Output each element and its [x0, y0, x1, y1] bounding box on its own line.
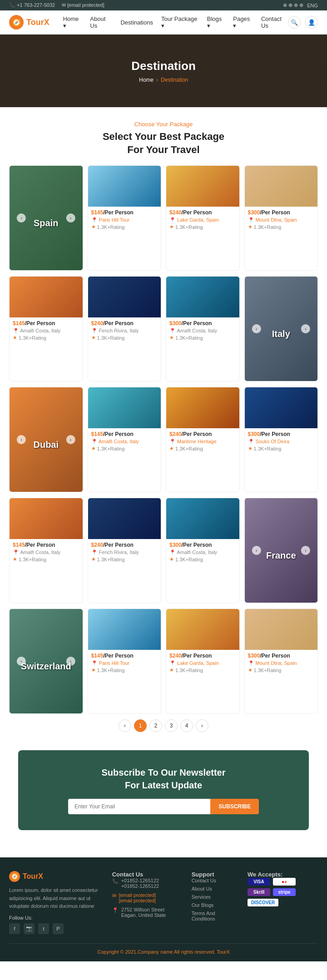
follow-label: Follow Us:: [9, 915, 103, 921]
footer-bottom: Copyright © 2021.Company name All rights…: [9, 943, 318, 955]
footer-contact-title: Contact Us: [112, 871, 183, 878]
search-icon[interactable]: 🔍: [288, 16, 301, 29]
card-rating: ★ 1.3K+Rating: [169, 445, 236, 451]
spain-img: ‹ › Spain: [10, 166, 83, 270]
newsletter-wrapper: Subscribe To Our NewsletterFor Latest Up…: [0, 750, 327, 857]
card-location: 📍 Mount Dtna, Spain: [248, 660, 315, 666]
nav-tourpackage[interactable]: Tour Package ▾: [161, 15, 199, 29]
dubai-img: ‹ › Dubai: [10, 387, 83, 492]
pkg-card[interactable]: $145/Per Person 📍 Amalfi Costa, Italy ★ …: [88, 387, 162, 492]
pkg-card[interactable]: $240/Per Person 📍 Lake Garda, Spain ★ 1.…: [166, 165, 240, 271]
card-img: [166, 277, 239, 317]
newsletter-email-input[interactable]: [68, 799, 210, 814]
navbar: 🧭 TourX Home ▾ About Us Destinations Tou…: [0, 10, 327, 35]
nav-pages[interactable]: Pages ▾: [233, 15, 253, 29]
pkg-card[interactable]: $240/Per Person 📍 Fench Rivira, Italy ★ …: [88, 276, 162, 381]
footer: 🧭 TourX Lorem ipsum, dolor sit amet cons…: [0, 857, 327, 961]
featured-italy[interactable]: ‹ › Italy: [244, 276, 318, 381]
address-icon: 📍: [112, 907, 119, 913]
card-body: $145/Per Person 📍 Amalfi Costa, Italy ★ …: [10, 539, 83, 565]
pkg-card[interactable]: $145/Per Person 📍 Paris Hill Tour ★ 1.3K…: [88, 165, 162, 271]
breadcrumb: Home › Destination: [139, 77, 188, 83]
nav-home[interactable]: Home ▾: [63, 15, 82, 29]
nav-about[interactable]: About Us: [90, 15, 112, 29]
pkg-card[interactable]: $240/Per Person 📍 Lake Garda, Spain ★ 1.…: [166, 609, 240, 714]
support-link-blogs[interactable]: Our Blogs: [192, 902, 238, 908]
email-info: ✉ [email protected]: [62, 2, 104, 8]
pkg-card[interactable]: $300/Per Person 📍 Amalfi Costa, Italy ★ …: [166, 276, 240, 381]
pkg-card[interactable]: $300/Per Person 📍 Amalfi Costa, Italy ★ …: [166, 498, 240, 603]
newsletter-subscribe-btn[interactable]: SUBSCRIBE: [210, 799, 259, 814]
card-rating: ★ 1.3K+Rating: [91, 224, 158, 230]
pkg-card[interactable]: $240/Per Person 📍 Fench Rivira, Italy ★ …: [88, 498, 162, 603]
social-icons: ⊕ ⊕ ⊕ ⊕: [283, 2, 303, 8]
nav-destinations[interactable]: Destinations: [120, 19, 153, 26]
support-link-contact[interactable]: Contact Us: [192, 878, 238, 883]
card-location: 📍 Paris Hill Tour: [91, 660, 158, 666]
card-rating: ★ 1.3K+Rating: [248, 224, 315, 230]
row-3: ‹ › Dubai $145/Per Person 📍 Amalfi Costa…: [9, 387, 318, 492]
footer-contact-col: Contact Us 📞 +01852-1265122+01852-126512…: [112, 871, 183, 934]
italy-img: ‹ › Italy: [245, 277, 318, 381]
france-label: France: [245, 550, 318, 561]
nav-blogs[interactable]: Blogs ▾: [207, 15, 225, 29]
pkg-card[interactable]: $300/Per Person 📍 Souks Of Deira ★ 1.3K+…: [244, 387, 318, 492]
pkg-card[interactable]: $300/Per Person 📍 Mount Dtna, Spain ★ 1.…: [244, 609, 318, 714]
payment-methods: VISA ●● Skrill stripe DISCOVER: [248, 878, 318, 906]
card-price: $145/Per Person: [13, 542, 79, 548]
page-4-btn[interactable]: 4: [180, 719, 193, 732]
card-img: [10, 498, 83, 539]
pkg-card[interactable]: $240/Per Person 📍 Maritime Heritage ★ 1.…: [166, 387, 240, 492]
support-link-about[interactable]: About Us: [192, 886, 238, 891]
support-link-services[interactable]: Services: [192, 894, 238, 900]
pkg-card[interactable]: $145/Per Person 📍 Amalfi Costa, Italy ★ …: [9, 498, 83, 603]
phone-info: 📞 +1 763-227-5032: [9, 2, 55, 8]
discover-icon: DISCOVER: [248, 899, 278, 906]
page-2-btn[interactable]: 2: [149, 719, 162, 732]
prev-page-btn[interactable]: ‹: [119, 719, 131, 732]
card-img: [88, 166, 161, 207]
card-price: $300/Per Person: [248, 209, 315, 216]
nav-contact[interactable]: Contact Us: [261, 15, 288, 29]
pkg-card[interactable]: $300/Per Person 📍 Mount Dtna, Spain ★ 1.…: [244, 165, 318, 271]
breadcrumb-current: Destination: [161, 77, 188, 83]
featured-dubai[interactable]: ‹ › Dubai: [9, 387, 83, 492]
card-img: [10, 277, 83, 317]
footer-payment-title: We Accepts:: [248, 871, 318, 878]
twitter-icon[interactable]: t: [38, 923, 49, 934]
next-page-btn[interactable]: ›: [196, 719, 208, 732]
support-link-terms[interactable]: Terms And Conditions: [192, 911, 238, 921]
featured-france[interactable]: ‹ › France: [244, 498, 318, 603]
card-img: [166, 166, 239, 207]
footer-grid: 🧭 TourX Lorem ipsum, dolor sit amet cons…: [9, 871, 318, 934]
newsletter-section: Subscribe To Our NewsletterFor Latest Up…: [18, 750, 309, 830]
top-bar: 📞 +1 763-227-5032 ✉ [email protected] ⊕ …: [0, 0, 327, 10]
user-icon[interactable]: 👤: [305, 16, 318, 29]
card-location: 📍 Amalfi Costa, Italy: [13, 549, 79, 555]
brand-highlight: TourX: [217, 949, 230, 955]
page-1-btn[interactable]: 1: [134, 719, 147, 732]
card-price: $240/Per Person: [91, 542, 158, 548]
mastercard-icon: ●●: [273, 878, 296, 886]
featured-switzerland[interactable]: ‹ › Switzerland: [9, 609, 83, 714]
footer-email: ✉ [email protected][email protected]: [112, 892, 183, 903]
logo[interactable]: 🧭 TourX: [9, 15, 50, 30]
logo-icon: 🧭: [9, 15, 24, 30]
email-icon: ✉: [112, 893, 116, 899]
facebook-icon[interactable]: f: [9, 923, 20, 934]
page-3-btn[interactable]: 3: [165, 719, 178, 732]
pkg-card[interactable]: $145/Per Person 📍 Paris Hill Tour ★ 1.3K…: [88, 609, 162, 714]
instagram-icon[interactable]: 📷: [24, 923, 35, 934]
pinterest-icon[interactable]: P: [53, 923, 64, 934]
card-body: $240/Per Person 📍 Fench Rivira, Italy ★ …: [88, 539, 161, 565]
featured-spain[interactable]: ‹ › Spain: [9, 165, 83, 271]
footer-logo: 🧭 TourX: [9, 871, 103, 882]
pkg-card[interactable]: $145/Per Person 📍 Amalfi Costa, Italy ★ …: [9, 276, 83, 381]
breadcrumb-home[interactable]: Home: [139, 77, 154, 83]
france-img: ‹ › France: [245, 498, 318, 603]
row-4: $145/Per Person 📍 Amalfi Costa, Italy ★ …: [9, 498, 318, 603]
card-img: [166, 609, 239, 650]
lang-selector[interactable]: ENG: [307, 3, 318, 8]
card-rating: ★ 1.3K+Rating: [91, 445, 158, 451]
top-bar-right: ⊕ ⊕ ⊕ ⊕ ENG: [283, 2, 318, 8]
